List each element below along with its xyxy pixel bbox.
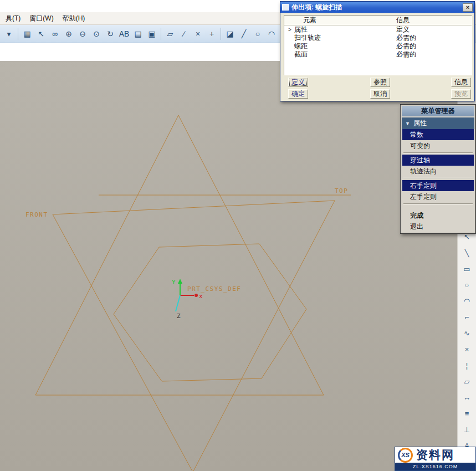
element-row[interactable]: 截面必需的: [284, 50, 472, 59]
x-axis-dot: [195, 294, 198, 297]
line-tool-icon[interactable]: ╱: [237, 27, 250, 40]
datum-axis-toggle-icon[interactable]: ∕: [177, 27, 191, 40]
watermark: XS 资料网 ZL.XS1616.COM: [395, 447, 476, 471]
menu-section-label: 属性: [413, 119, 427, 128]
watermark-brand: 资料网: [416, 447, 454, 463]
sketch-display-icon[interactable]: ▦: [21, 27, 34, 40]
dialog-title: 伸出项: 螺旋扫描: [291, 3, 342, 12]
close-icon[interactable]: ×: [463, 3, 473, 12]
datum-point-toggle-icon[interactable]: ×: [191, 27, 204, 40]
constraint-icon[interactable]: ⊥: [460, 423, 474, 436]
csys-label: PRT_CSYS_DEF: [187, 285, 241, 293]
menu-item-variable[interactable]: 可变的: [402, 140, 474, 151]
column-info: 信息: [390, 16, 472, 25]
menu-section-attributes[interactable]: ▼ 属性: [402, 117, 474, 129]
element-info: 必需的: [390, 50, 472, 59]
application-window: 具(T)窗口(W)帮助(H) ▾▦↖∞⊕⊖⊙↻AB▤▣▱∕×+◪╱○◠ TOP …: [0, 0, 476, 471]
menu-manager: 菜单管理器 ▼ 属性 常数可变的穿过轴轨迹法向右手定则左手定则完成退出: [400, 104, 476, 234]
menu-item-left-handed[interactable]: 左手定则: [402, 191, 474, 202]
menu-item-quit[interactable]: 退出: [402, 221, 474, 232]
helical-sweep-dialog: 伸出项: 螺旋扫描 × 元素 信息 >属性定义扫引轨迹必需的螺距必需的截面必需的…: [280, 1, 475, 101]
graphics-area[interactable]: TOP FRONT Y x Z PRT_CSYS_DEF: [0, 61, 457, 471]
sketch-orient-icon[interactable]: ◪: [223, 27, 237, 40]
toolbar-dropdown-icon[interactable]: ▾: [2, 27, 16, 40]
zoom-refit-icon[interactable]: ⊙: [90, 27, 103, 40]
arc-tool-icon[interactable]: ◠: [265, 27, 278, 40]
reorient-view-icon[interactable]: ↻: [104, 27, 117, 40]
element-row[interactable]: 螺距必需的: [284, 42, 472, 50]
modify-icon[interactable]: ≡: [460, 407, 474, 420]
toolbar-separator: [221, 28, 221, 40]
dimension-icon[interactable]: ↔: [460, 391, 474, 404]
line-icon[interactable]: ╲: [460, 246, 474, 259]
y-axis-label: Y: [172, 279, 176, 286]
dialog-icon: [282, 4, 289, 11]
menubar-item-tools[interactable]: 具(T): [1, 12, 25, 25]
menu-item-norm-to-traj[interactable]: 轨迹法向: [402, 166, 474, 177]
element-table-header: 元素 信息: [284, 16, 472, 25]
menubar-item-help[interactable]: 帮助(H): [58, 12, 90, 25]
element-table-body: >属性定义扫引轨迹必需的螺距必需的截面必需的: [284, 25, 472, 59]
hexagon-section: [114, 244, 306, 381]
column-element: 元素: [284, 16, 390, 25]
centerline-icon[interactable]: ¦: [460, 359, 474, 372]
watermark-url: ZL.XS1616.COM: [395, 463, 475, 470]
menu-manager-title[interactable]: 菜单管理器: [402, 106, 474, 116]
ok-button[interactable]: 确定: [288, 89, 308, 99]
menu-gap: [402, 206, 474, 210]
select-items-icon[interactable]: ↖: [34, 27, 48, 40]
element-row[interactable]: >属性定义: [284, 25, 472, 34]
top-datum-label: TOP: [335, 187, 348, 194]
preview-button[interactable]: 预览: [451, 89, 471, 99]
menu-item-done[interactable]: 完成: [402, 210, 474, 221]
watermark-top: XS 资料网: [395, 447, 475, 463]
zoom-in-icon[interactable]: ⊕: [62, 27, 75, 40]
menubar-item-window[interactable]: 窗口(W): [25, 12, 58, 25]
spline-icon[interactable]: ∿: [460, 326, 474, 340]
info-button[interactable]: 信息: [451, 78, 471, 87]
define-button[interactable]: 定义: [288, 78, 308, 87]
circle-tool-icon[interactable]: ○: [251, 27, 264, 40]
element-row[interactable]: 扫引轨迹必需的: [284, 34, 472, 42]
offset-icon[interactable]: ▱: [460, 375, 474, 388]
view-glasses-icon[interactable]: ∞: [48, 27, 62, 40]
front-datum-label: FRONT: [25, 211, 48, 218]
menu-item-thru-axis[interactable]: 穿过轴: [402, 155, 474, 166]
dialog-titlebar[interactable]: 伸出项: 螺旋扫描 ×: [280, 2, 474, 13]
annotation-icon[interactable]: AB: [117, 27, 131, 40]
star-triangle-down: [53, 201, 335, 471]
zoom-out-icon[interactable]: ⊖: [76, 27, 89, 40]
layers-icon[interactable]: ▤: [131, 27, 145, 40]
fillet-icon[interactable]: ⌐: [460, 310, 474, 324]
point-icon[interactable]: ×: [460, 342, 474, 356]
menu-manager-items: 常数可变的穿过轴轨迹法向右手定则左手定则完成退出: [402, 129, 474, 232]
x-axis-label: x: [199, 293, 203, 300]
star-triangle-up: [35, 115, 324, 395]
menu-divider: [403, 203, 473, 204]
toolbar-separator: [161, 28, 161, 40]
cancel-button[interactable]: 取消: [370, 89, 390, 99]
toolbar-separator: [18, 28, 18, 40]
model-geometry: TOP FRONT Y x Z PRT_CSYS_DEF: [0, 61, 457, 471]
rectangle-icon[interactable]: ▭: [460, 262, 474, 275]
watermark-logo-icon: XS: [398, 448, 413, 463]
view-manager-icon[interactable]: ▣: [145, 27, 158, 40]
menu-divider: [403, 152, 473, 153]
menu-divider: [403, 178, 473, 179]
references-button[interactable]: 参照: [370, 78, 390, 87]
current-element-marker: >: [286, 27, 293, 33]
chevron-down-icon: ▼: [405, 121, 410, 126]
menu-item-constant[interactable]: 常数: [402, 129, 474, 140]
element-table: 元素 信息 >属性定义扫引轨迹必需的螺距必需的截面必需的: [284, 15, 472, 75]
element-name: 截面: [293, 50, 390, 59]
z-axis: [176, 295, 180, 311]
csys-toggle-icon[interactable]: +: [205, 27, 218, 40]
y-axis-arrowhead: [178, 279, 182, 284]
datum-plane-toggle-icon[interactable]: ▱: [163, 27, 177, 40]
circle-icon[interactable]: ○: [460, 278, 474, 291]
arc-icon[interactable]: ◠: [460, 294, 474, 308]
menu-item-right-handed[interactable]: 右手定则: [402, 180, 474, 191]
z-axis-label: Z: [177, 313, 181, 320]
